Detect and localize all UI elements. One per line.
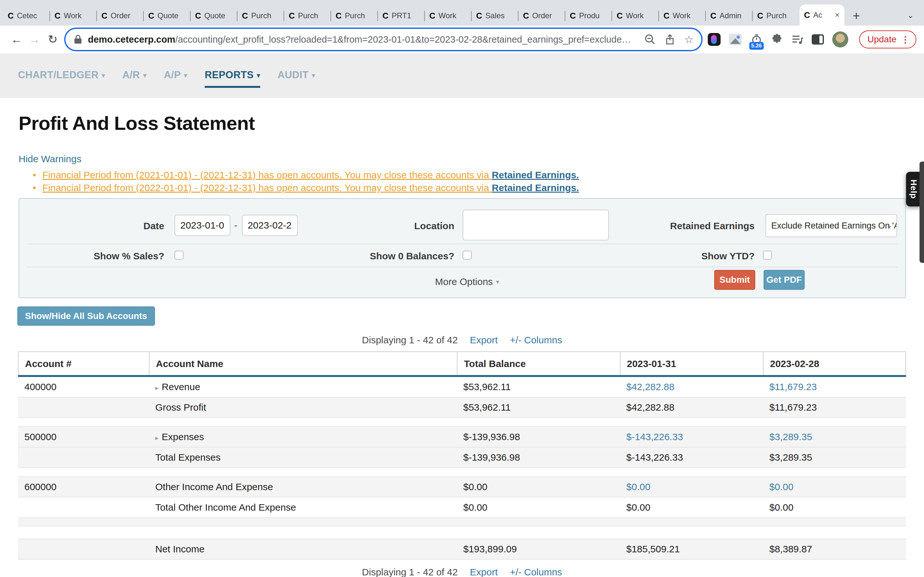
warning-text-link[interactable]: Financial Period from (2022-01-01) - (20… [42,182,492,193]
table-row: 400000▸Revenue$53,962.11$42,282.88$11,67… [18,377,906,398]
amount-value: $0.00 [463,482,487,492]
table-row: 600000Other Income And Expense$0.00$0.00… [18,477,906,498]
amount-value[interactable]: $0.00 [626,482,650,492]
amount-value[interactable]: $0.00 [769,482,793,492]
account-name-cell: Net Income [149,544,457,554]
retained-earnings-link[interactable]: Retained Earnings. [492,182,579,193]
extensions-puzzle-icon[interactable] [771,33,783,45]
amount-cell: $-143,226.33 [620,432,763,442]
table-row: Total Expenses$-139,936.98$-143,226.33$3… [18,448,906,468]
retained-earnings-select[interactable]: Exclude Retained Earnings On 'A ⌄ [766,214,897,237]
tab-close-icon[interactable]: ✕ [835,11,840,19]
browser-tab[interactable]: CQuote [191,6,237,26]
amount-value: $42,282.88 [626,402,674,413]
account-name-cell: Total Other Income And Expense [149,502,457,513]
help-tab[interactable]: Help [906,172,921,206]
back-icon[interactable]: ← [8,33,26,46]
zoom-out-icon[interactable] [645,34,656,45]
extension-photo-icon[interactable] [729,34,742,45]
amount-cell: $-139,936.98 [457,452,620,463]
get-pdf-button[interactable]: Get PDF [764,270,804,290]
amount-value[interactable]: $-143,226.33 [626,432,683,442]
tab-title: Sales [485,11,514,20]
browser-tab[interactable]: COrder [97,6,144,26]
browser-tab[interactable]: CPurch [237,6,284,26]
show-ytd-label: Show YTD? [697,251,754,261]
warning-text-link[interactable]: Financial Period from (2021-01-01) - (20… [42,169,492,180]
cetec-favicon: C [757,11,763,21]
lock-icon[interactable] [74,35,82,44]
extension-ribbon-icon[interactable] [708,33,720,46]
amount-value[interactable]: $3,289.35 [769,432,812,442]
browser-tab[interactable]: CWork [425,6,472,26]
browser-tab[interactable]: CWork [659,6,706,26]
browser-tab[interactable]: CAdmin [706,6,753,26]
show-ytd-checkbox[interactable] [763,251,772,259]
submit-button[interactable]: Submit [714,270,755,290]
amount-value[interactable]: $11,679.23 [769,382,817,392]
nav-item-a-p[interactable]: A/P▾ [164,69,187,82]
table-body: 400000▸Revenue$53,962.11$42,282.88$11,67… [18,377,906,560]
columns-link[interactable]: +/- Columns [510,567,562,577]
expand-caret-icon[interactable]: ▸ [155,384,158,392]
browser-tab[interactable]: CPurch [753,6,800,26]
scrollbar-thumb[interactable] [919,161,924,263]
columns-link[interactable]: +/- Columns [510,335,562,346]
browser-tab[interactable]: CCetec [3,6,50,26]
overflow-menu-icon[interactable]: ⋮ [901,34,910,45]
browser-tab[interactable]: CWork [612,6,659,26]
expand-caret-icon[interactable]: ▸ [155,434,158,442]
nav-item-reports[interactable]: REPORTS▾ [205,69,260,82]
reload-icon[interactable]: ↻ [44,33,61,46]
subaccounts-toggle-button[interactable]: Show/Hide All Sub Accounts [17,306,155,326]
forward-icon[interactable]: → [26,33,44,46]
amount-value[interactable]: $42,282.88 [626,382,674,392]
browser-tab[interactable]: CProdu [565,6,612,26]
date-from-input[interactable] [174,215,230,236]
date-range-separator: - [234,220,237,231]
cetec-favicon: C [710,11,716,21]
account-name: Net Income [155,544,204,554]
browser-tab[interactable]: CPRT1 [378,6,425,26]
browser-tab[interactable]: COrder [519,6,565,26]
export-link[interactable]: Export [470,567,498,577]
cetec-favicon: C [8,11,14,21]
browser-tab[interactable]: CQuote [144,6,191,26]
update-button[interactable]: Update ⋮ [859,31,916,48]
location-input[interactable] [463,210,609,240]
browser-tab[interactable]: CSales [472,6,519,26]
browser-tab[interactable]: CPurch [284,6,331,26]
new-tab-button[interactable]: + [853,10,860,22]
nav-item-audit[interactable]: AUDIT▾ [278,69,315,82]
url-text: demo.cetecerp.com/accounting/ext_profit_… [88,34,638,45]
extension-badge: 5.26 [749,42,764,50]
date-to-input[interactable] [242,215,298,236]
side-panel-icon[interactable] [812,34,824,45]
nav-item-chart-ledger[interactable]: CHART/LEDGER▾ [18,69,105,82]
nav-item-label: A/P [164,69,181,81]
hide-warnings-link[interactable]: Hide Warnings [19,153,81,164]
export-link[interactable]: Export [470,335,498,346]
tab-title: PRT1 [392,11,420,20]
retained-earnings-link[interactable]: Retained Earnings. [492,169,579,180]
share-icon[interactable] [665,34,675,45]
profile-avatar[interactable] [832,31,848,47]
show-sales-label: Show % Sales? [83,251,164,261]
address-bar[interactable]: demo.cetecerp.com/accounting/ext_profit_… [65,29,701,50]
nav-item-a-r[interactable]: A/R▾ [123,69,147,82]
browser-tab[interactable]: CWork [50,6,97,26]
browser-tab[interactable]: CPurch [331,6,378,26]
tab-search-chevron-icon[interactable]: ⌄ [907,11,914,20]
more-options-toggle[interactable]: More Options ▾ [435,276,499,287]
bookmark-star-icon[interactable]: ☆ [684,34,694,45]
extension-gauge-icon[interactable]: 5.26 [750,31,763,48]
show-zero-checkbox[interactable] [463,251,472,259]
cetec-favicon: C [195,11,201,21]
show-sales-checkbox[interactable] [174,251,184,259]
account-name-cell: Total Expenses [149,452,457,463]
tab-title: Work [64,11,92,20]
filter-panel: Date - Location Retained Earnings Exclud… [19,198,906,298]
browser-tab-active[interactable]: CAc✕ [800,5,845,26]
cetec-favicon: C [617,11,623,21]
playlist-icon[interactable] [792,34,803,45]
